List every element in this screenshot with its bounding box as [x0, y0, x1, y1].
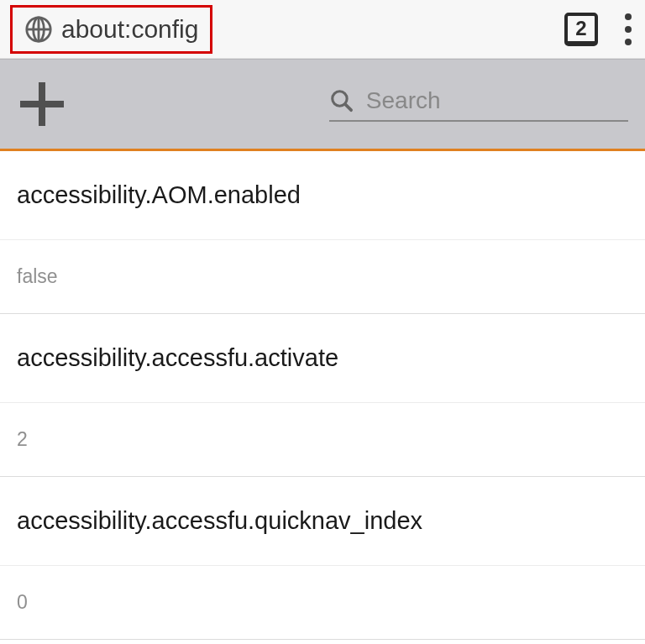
- add-pref-button[interactable]: [17, 79, 67, 129]
- prefs-list: accessibility.AOM.enabled false accessib…: [0, 151, 645, 640]
- pref-name: accessibility.accessfu.quicknav_index: [0, 477, 645, 566]
- pref-name: accessibility.AOM.enabled: [0, 151, 645, 240]
- overflow-menu-icon[interactable]: [621, 10, 635, 49]
- url-text: about:config: [61, 15, 198, 44]
- pref-value: false: [0, 240, 645, 313]
- pref-value: 2: [0, 403, 645, 476]
- pref-name: accessibility.accessfu.activate: [0, 314, 645, 403]
- config-toolbar: [0, 59, 645, 151]
- pref-row[interactable]: accessibility.AOM.enabled false: [0, 151, 645, 314]
- tab-count-button[interactable]: 2: [564, 13, 598, 46]
- search-area: [329, 86, 628, 122]
- browser-top-bar: about:config 2: [0, 0, 645, 59]
- svg-line-5: [345, 104, 351, 110]
- pref-row[interactable]: accessibility.accessfu.activate 2: [0, 314, 645, 477]
- globe-icon: [24, 15, 53, 44]
- pref-row[interactable]: accessibility.accessfu.quicknav_index 0: [0, 477, 645, 640]
- search-input[interactable]: [366, 87, 628, 114]
- pref-value: 0: [0, 566, 645, 639]
- url-bar-highlighted[interactable]: about:config: [10, 5, 212, 54]
- search-icon: [329, 86, 354, 115]
